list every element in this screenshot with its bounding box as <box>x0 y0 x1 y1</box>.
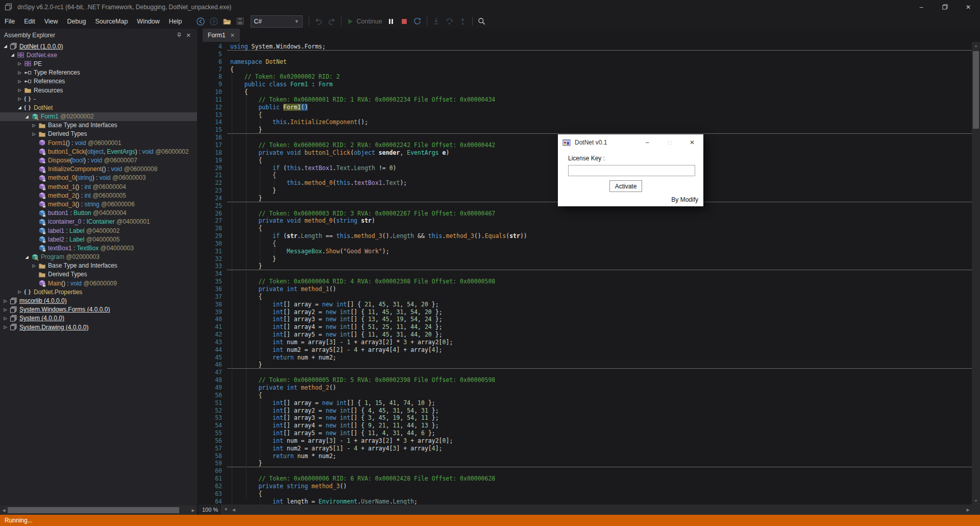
menu-item-file[interactable]: File <box>0 14 19 29</box>
dialog-title-bar[interactable]: DotNet v0.1 –□✕ <box>558 134 703 151</box>
tree-row-base-type-and-interfaces[interactable]: ▷Base Type and Interfaces <box>0 121 197 130</box>
tree-row-form1[interactable]: ◢Form1 @02000002 <box>0 112 197 121</box>
toolbar-redo-button[interactable] <box>325 15 338 28</box>
dialog-minimize-button[interactable]: – <box>636 134 658 151</box>
toolbar-open-button[interactable] <box>220 15 234 28</box>
expand-icon[interactable]: ▷ <box>31 264 37 268</box>
close-button[interactable]: ✕ <box>957 0 980 14</box>
expand-icon[interactable]: ▷ <box>16 97 23 101</box>
tree-row-dotnet-properties[interactable]: ▷{ }DotNet.Properties <box>0 288 197 296</box>
toolbar-forward-button[interactable] <box>207 15 220 28</box>
maximize-button[interactable] <box>933 0 957 14</box>
dialog-close-button[interactable]: ✕ <box>681 134 703 151</box>
tree-row-pe[interactable]: ▷PE <box>0 59 197 68</box>
collapse-icon[interactable]: ◢ <box>23 255 30 259</box>
tree-row-form1[interactable]: Form1() : void @06000001 <box>0 138 197 147</box>
tree-row-program[interactable]: ◢Program @02000003 <box>0 253 197 261</box>
explorer-horizontal-scrollbar[interactable]: ◀ ▶ <box>0 506 197 515</box>
expand-icon[interactable]: ▷ <box>16 88 23 92</box>
chevron-down-icon[interactable]: ▼ <box>222 505 230 515</box>
toolbar-undo-button[interactable] <box>312 15 325 28</box>
expand-icon[interactable]: ▷ <box>16 70 23 75</box>
tree-row-method-2[interactable]: method_2() : int @06000005 <box>0 191 197 200</box>
scroll-left-icon[interactable]: ◀ <box>0 508 8 513</box>
toolbar-pause-button[interactable] <box>384 15 398 28</box>
scrollbar-thumb[interactable] <box>8 507 179 513</box>
collapse-icon[interactable]: ◢ <box>23 114 30 119</box>
menu-item-edit[interactable]: Edit <box>19 14 40 29</box>
expand-icon[interactable]: ▷ <box>16 290 23 294</box>
toolbar-step-over-button[interactable] <box>443 15 456 28</box>
toolbar-stop-button[interactable] <box>398 15 411 28</box>
tree-row-dotnet[interactable]: ◢{ }DotNet <box>0 103 197 112</box>
menu-item-window[interactable]: Window <box>132 14 164 29</box>
toolbar-restart-button[interactable] <box>411 15 424 28</box>
scroll-right-icon[interactable]: ▶ <box>964 508 972 512</box>
collapse-icon[interactable]: ◢ <box>2 44 9 49</box>
tree-row-button1[interactable]: button1 : Button @04000004 <box>0 209 197 218</box>
expand-icon[interactable]: ▷ <box>31 132 37 136</box>
collapse-icon[interactable]: ◢ <box>16 105 23 110</box>
toolbar-step-into-button[interactable] <box>430 15 443 28</box>
tree-row-[interactable]: ▷{ }- <box>0 94 197 103</box>
expand-icon[interactable]: ▷ <box>2 325 9 329</box>
collapse-icon[interactable]: ◢ <box>9 53 16 57</box>
license-key-input[interactable] <box>568 165 695 176</box>
tree-row-label1[interactable]: label1 : Label @04000002 <box>0 226 197 235</box>
scroll-right-icon[interactable]: ▶ <box>189 508 197 513</box>
tree-row-references[interactable]: ▷References <box>0 77 197 86</box>
tree-row-button1-click[interactable]: button1_Click(object, EventArgs) : void … <box>0 147 197 156</box>
expand-icon[interactable]: ▷ <box>2 307 9 312</box>
tree-row-icontainer-0[interactable]: icontainer_0 : IContainer @04000001 <box>0 218 197 226</box>
scroll-up-icon[interactable]: ▲ <box>972 42 980 50</box>
toolbar-back-button[interactable] <box>194 15 207 28</box>
tree-row-mscorlib-4-0-0-0[interactable]: ▷mscorlib (4.0.0.0) <box>0 296 197 305</box>
tree-row-type-references[interactable]: ▷Type References <box>0 68 197 77</box>
toolbar-search-button[interactable] <box>475 15 488 28</box>
tree-row-dotnet-1-0-0-0[interactable]: ◢DotNet (1.0.0.0) <box>0 42 197 51</box>
close-icon[interactable]: ✕ <box>184 31 193 40</box>
code-editor[interactable]: 4using System.Windows.Forms;56namespace … <box>199 42 972 505</box>
expand-icon[interactable]: ▷ <box>31 123 37 128</box>
scroll-left-icon[interactable]: ◀ <box>230 508 237 512</box>
scroll-down-icon[interactable]: ▼ <box>972 497 980 505</box>
tree-row-textbox1[interactable]: textBox1 : TextBox @04000003 <box>0 244 197 252</box>
expand-icon[interactable]: ▷ <box>16 79 23 84</box>
expand-icon[interactable]: ▷ <box>2 316 9 321</box>
toolbar-save-button[interactable] <box>234 15 247 28</box>
tree-row-dispose[interactable]: Dispose(bool) : void @06000007 <box>0 156 197 164</box>
activate-button[interactable]: Activate <box>609 180 642 192</box>
tree-row-system-drawing-4-0-0-0[interactable]: ▷System.Drawing (4.0.0.0) <box>0 323 197 331</box>
tree-row-method-0[interactable]: method_0(string) : void @06000003 <box>0 174 197 182</box>
tree-row-label2[interactable]: label2 : Label @04000005 <box>0 235 197 244</box>
minimize-button[interactable]: – <box>910 0 933 14</box>
expand-icon[interactable]: ▷ <box>16 61 23 66</box>
menu-item-help[interactable]: Help <box>164 14 187 29</box>
methodlock-icon <box>37 183 46 190</box>
expand-icon[interactable]: ▷ <box>2 299 9 303</box>
pin-icon[interactable] <box>175 31 184 40</box>
editor-horizontal-scrollbar[interactable]: ◀ ▶ <box>230 505 972 515</box>
language-combo[interactable]: C#▼ <box>251 15 303 28</box>
editor-vertical-scrollbar[interactable]: ▲ ▼ <box>972 42 980 505</box>
tree-row-dotnet-exe[interactable]: ◢DotNet.exe <box>0 51 197 59</box>
tree-row-base-type-and-interfaces[interactable]: ▷Base Type and Interfaces <box>0 261 197 270</box>
toolbar-continue-button[interactable]: Continue <box>344 15 384 28</box>
tree-row-method-3[interactable]: method_3() : string @06000006 <box>0 200 197 208</box>
tree-row-resources[interactable]: ▷Resources <box>0 86 197 94</box>
menu-item-view[interactable]: View <box>40 14 63 29</box>
tab-form1[interactable]: Form1 ✕ <box>203 29 240 42</box>
zoom-level-combo[interactable]: 100 % <box>199 505 222 515</box>
menu-item-sourcemap[interactable]: SourceMap <box>90 14 132 29</box>
tree-row-method-1[interactable]: method_1() : int @06000004 <box>0 182 197 191</box>
tab-close-icon[interactable]: ✕ <box>230 32 235 39</box>
tree-row-derived-types[interactable]: Derived Types <box>0 270 197 279</box>
tree-row-initializecomponent[interactable]: InitializeComponent() : void @06000008 <box>0 165 197 174</box>
tree-row-system-4-0-0-0[interactable]: ▷System (4.0.0.0) <box>0 314 197 323</box>
tree-row-derived-types[interactable]: ▷Derived Types <box>0 130 197 138</box>
tree-row-system-windows-forms-4-0-0-0[interactable]: ▷System.Windows.Forms (4.0.0.0) <box>0 305 197 314</box>
tree-row-main[interactable]: Main() : void @06000009 <box>0 279 197 288</box>
menu-item-debug[interactable]: Debug <box>63 14 91 29</box>
toolbar-step-out-button[interactable] <box>456 15 470 28</box>
scrollbar-thumb[interactable] <box>973 51 979 129</box>
